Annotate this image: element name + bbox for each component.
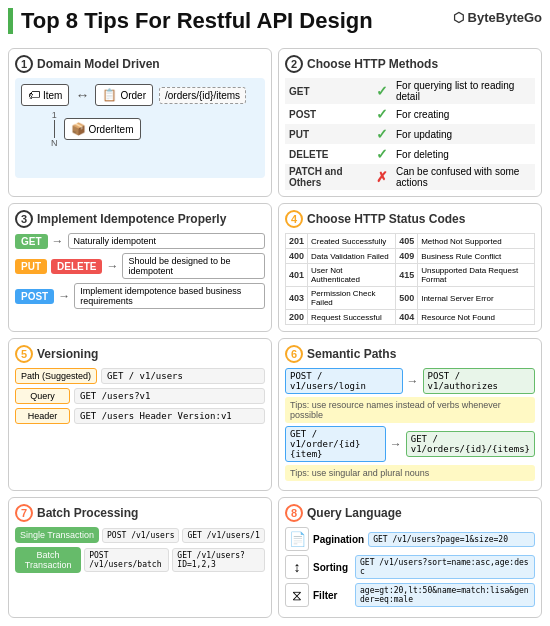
list-item: HeaderGET /users Header Version:v1 [15, 408, 265, 424]
method-icon: ✗ [372, 164, 392, 190]
method-name: POST [285, 104, 372, 124]
status-desc: Unsupported Data Request Format [418, 264, 535, 287]
status-code: 409 [396, 249, 418, 264]
brand-logo: ⬡ ByteByteGo [453, 10, 542, 25]
card5-title: 5 Versioning [15, 345, 265, 363]
query-label: Sorting [313, 562, 351, 573]
status-code: 401 [286, 264, 308, 287]
domain-diagram: 🏷 Item ↔ 📋 Order /orders/{id}/items 1 [21, 84, 259, 148]
list-item: QueryGET /users?v1 [15, 388, 265, 404]
card4-title: 4 Choose HTTP Status Codes [285, 210, 535, 228]
status-table: 201Created Successfully 405Method Not Su… [285, 233, 535, 325]
list-item: GET→Naturally idempotent [15, 233, 265, 249]
domain-row2: 1 N 📦 OrderItem [51, 110, 259, 148]
method-desc: For creating [392, 104, 535, 124]
check-icon: ✓ [376, 146, 388, 162]
code-to: GET / v1/orders/{id}/{items} [406, 431, 535, 457]
check-icon: ✓ [376, 106, 388, 122]
check-icon: ✓ [376, 126, 388, 142]
method-desc: For querying list to reading detail [392, 78, 535, 104]
method-icon: ✓ [372, 124, 392, 144]
status-code: 201 [286, 234, 308, 249]
version-code: GET /users Header Version:v1 [74, 408, 265, 424]
arrow-icon: → [52, 234, 64, 248]
method-desc: For updating [392, 124, 535, 144]
query-label: Pagination [313, 534, 364, 545]
entity-orderitem: 📦 OrderItem [64, 118, 141, 140]
query-body: 📄PaginationGET /v1/users?page=1&size=20↕… [285, 527, 535, 607]
method-icon: ✓ [372, 144, 392, 164]
batch-tag: Single Transaction [15, 527, 99, 543]
card1-body: 🏷 Item ↔ 📋 Order /orders/{id}/items 1 [15, 78, 265, 178]
list-item: ⧖Filterage=gt:20,lt:50&name=match:lisa&g… [285, 583, 535, 607]
status-desc: Created Successfully [308, 234, 396, 249]
version-code: GET / v1/users [101, 368, 265, 384]
card6-title: 6 Semantic Paths [285, 345, 535, 363]
code-from: GET / v1/order/{id}{item} [285, 426, 386, 462]
batch-code: GET /v1/users?ID=1,2,3 [172, 548, 265, 572]
entity-order: 📋 Order [95, 84, 153, 106]
method-icon: ✓ [372, 104, 392, 124]
card4-num: 4 [285, 210, 303, 228]
method-name: DELETE [285, 144, 372, 164]
card1-num: 1 [15, 55, 33, 73]
list-item: Path (Suggested)GET / v1/users [15, 368, 265, 384]
list-item: POST / v1/users/login→POST / v1/authoriz… [285, 368, 535, 394]
status-code: 405 [396, 234, 418, 249]
status-code: 500 [396, 287, 418, 310]
semantic-body: POST / v1/users/login→POST / v1/authoriz… [285, 368, 535, 481]
cross-icon: ✗ [376, 169, 388, 185]
list-item: GET / v1/order/{id}{item}→GET / v1/order… [285, 426, 535, 462]
idemp-label: Implement idempotence based business req… [74, 283, 265, 309]
code-to: POST / v1/authorizes [423, 368, 535, 394]
domain-row1: 🏷 Item ↔ 📋 Order /orders/{id}/items [21, 84, 259, 106]
card-status-codes: 4 Choose HTTP Status Codes 201Created Su… [278, 203, 542, 332]
card7-title: 7 Batch Processing [15, 504, 265, 522]
card3-num: 3 [15, 210, 33, 228]
card1-title: 1 Domain Model Driven [15, 55, 265, 73]
card-domain-model: 1 Domain Model Driven 🏷 Item ↔ 📋 Order /… [8, 48, 272, 197]
card8-title: 8 Query Language [285, 504, 535, 522]
card-http-methods: 2 Choose HTTP Methods GET✓For querying l… [278, 48, 542, 197]
entity-item: 🏷 Item [21, 84, 69, 106]
status-desc: User Not Authenticated [308, 264, 396, 287]
list-item: ↕SortingGET /v1/users?sort=name:asc,age:… [285, 555, 535, 579]
arrow-icon: → [390, 437, 402, 451]
list-item: POST→Implement idempotence based busines… [15, 283, 265, 309]
orderitem-icon: 📦 [71, 122, 86, 136]
list-item: 📄PaginationGET /v1/users?page=1&size=20 [285, 527, 535, 551]
cards-grid: 1 Domain Model Driven 🏷 Item ↔ 📋 Order /… [8, 48, 542, 618]
arrow-icon: → [407, 374, 419, 388]
card-semantic: 6 Semantic Paths POST / v1/users/login→P… [278, 338, 542, 491]
method-btn-put: PUT [15, 259, 47, 274]
method-btn-delete: DELETE [51, 259, 102, 274]
table-row: 201Created Successfully 405Method Not Su… [286, 234, 535, 249]
version-tag: Path (Suggested) [15, 368, 97, 384]
card3-title: 3 Implement Idempotence Properly [15, 210, 265, 228]
check-icon: ✓ [376, 83, 388, 99]
table-row: GET✓For querying list to reading detail [285, 78, 535, 104]
card2-num: 2 [285, 55, 303, 73]
card7-num: 7 [15, 504, 33, 522]
batch-code: POST /v1/users [102, 528, 179, 543]
page-title: Top 8 Tips For Restful API Design [8, 8, 373, 34]
table-row: 200Request Successful 404Resource Not Fo… [286, 310, 535, 325]
card6-num: 6 [285, 345, 303, 363]
table-row: 401User Not Authenticated 415Unsupported… [286, 264, 535, 287]
status-desc: Request Successful [308, 310, 396, 325]
arrow-icon: → [58, 289, 70, 303]
card-versioning: 5 Versioning Path (Suggested)GET / v1/us… [8, 338, 272, 491]
item-icon: 🏷 [28, 88, 40, 102]
batch-code: POST /v1/users/batch [84, 548, 169, 572]
idemp-label: Should be designed to be idempotent [122, 253, 265, 279]
batch-tag: Batch Transaction [15, 547, 81, 573]
status-desc: Permission Check Failed [308, 287, 396, 310]
table-row: 400Data Validation Failed 409Business Ru… [286, 249, 535, 264]
batch-code: GET /v1/users/1 [182, 528, 264, 543]
version-tag: Header [15, 408, 70, 424]
query-code: age=gt:20,lt:50&name=match:lisa&gender=e… [355, 583, 535, 607]
tip-box: Tips: use resource names instead of verb… [285, 397, 535, 423]
method-name: PATCH and Others [285, 164, 372, 190]
method-name: GET [285, 78, 372, 104]
table-row: PATCH and Others✗Can be confused with so… [285, 164, 535, 190]
